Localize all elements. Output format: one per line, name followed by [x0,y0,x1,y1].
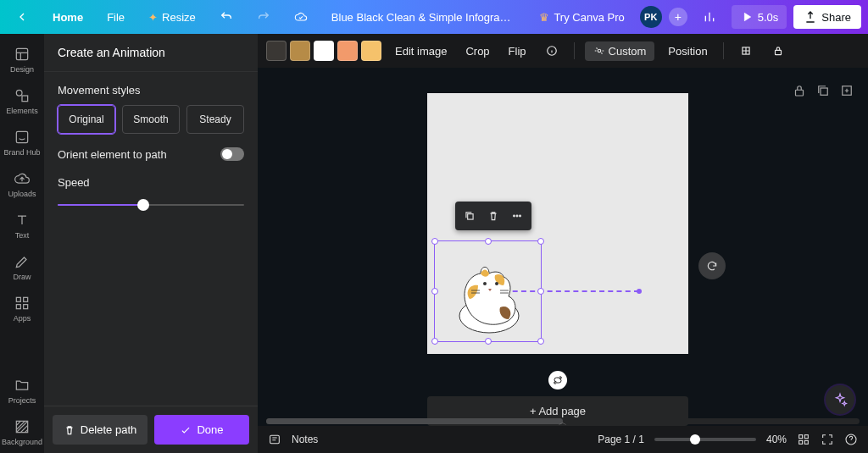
resize-button[interactable]: ✦Resize [140,6,204,29]
color-swatches [266,41,381,61]
shapes-icon [14,87,31,104]
swatch-4[interactable] [337,41,358,61]
svg-point-20 [514,215,515,217]
top-bar: Home File ✦Resize Blue Black Clean & Sim… [0,0,868,34]
speed-slider[interactable] [58,199,244,211]
resize-handle-tr[interactable] [537,238,544,245]
copy-icon [464,210,476,222]
svg-rect-24 [799,435,803,439]
nav-design[interactable]: Design [0,41,44,80]
replay-fab[interactable] [698,252,726,279]
style-steady[interactable]: Steady [186,105,244,134]
cloud-check-icon [294,10,308,24]
viewport[interactable]: + Add page ︿ Notes Page 1 / 1 40% [258,68,868,453]
page-indicator[interactable]: Page 1 / 1 [598,434,644,445]
transparency-button[interactable] [734,41,758,60]
flip-button[interactable]: Flip [504,41,531,61]
svg-rect-19 [468,214,473,219]
svg-rect-6 [16,305,20,309]
undo-icon [220,10,233,24]
try-pro-button[interactable]: ♛Try Canva Pro [531,6,632,29]
resize-handle-tl[interactable] [431,238,438,245]
resize-handle-mr[interactable] [537,288,544,295]
swatch-3[interactable] [314,41,334,61]
resize-handle-mb[interactable] [485,338,492,345]
svg-rect-7 [24,305,28,309]
more-button[interactable] [506,205,528,227]
file-menu[interactable]: File [98,6,133,29]
nav-brand-hub[interactable]: Brand Hub [0,124,44,163]
duplicate-page-icon[interactable] [815,83,831,98]
svg-rect-27 [804,440,808,444]
play-icon [740,10,754,24]
nav-elements[interactable]: Elements [0,82,44,122]
folder-icon [14,377,31,394]
svg-point-22 [520,215,521,217]
context-toolbar: Edit image Crop Flip Custom Position [258,34,868,68]
nav-draw[interactable]: Draw [0,248,44,288]
grid-view-icon[interactable] [797,433,810,446]
analytics-button[interactable] [694,5,725,29]
document-title[interactable]: Blue Black Clean & Simple Infographic In… [323,11,525,24]
nav-projects[interactable]: Projects [0,372,44,412]
path-endpoint[interactable] [637,289,642,294]
zoom-slider[interactable] [654,438,756,441]
notes-button[interactable]: Notes [292,434,318,445]
duration-label: 5.0s [758,11,779,24]
redo-button[interactable] [248,5,279,29]
done-button[interactable]: Done [154,415,249,445]
orient-toggle[interactable] [220,147,244,161]
notes-icon[interactable] [268,433,281,446]
delete-button[interactable] [482,205,504,227]
play-button[interactable]: 5.0s [732,5,787,29]
swatch-1[interactable] [266,41,287,61]
add-member-button[interactable]: + [669,8,687,26]
lock-icon [772,45,784,57]
resize-handle-ml[interactable] [431,288,438,295]
help-icon[interactable] [844,433,858,446]
add-page-icon[interactable] [839,83,854,98]
info-button[interactable] [540,41,564,60]
page-lock-icon[interactable] [792,83,807,98]
brand-icon [14,129,31,146]
panel-title: Create an Animation [44,34,258,72]
duplicate-button[interactable] [459,205,481,227]
svg-rect-26 [799,440,803,444]
crop-button[interactable]: Crop [460,41,494,61]
lock-button[interactable] [766,41,790,60]
svg-rect-14 [821,88,827,95]
svg-rect-23 [270,435,280,443]
avatar[interactable]: PK [640,6,662,28]
transparency-icon [740,45,752,57]
selection-box[interactable] [434,240,542,342]
cloud-sync-button[interactable] [286,5,316,29]
swatch-2[interactable] [290,41,310,61]
svg-rect-5 [24,297,28,301]
home-button[interactable]: Home [44,6,92,29]
nav-background[interactable]: Background [0,413,44,453]
zoom-value[interactable]: 40% [766,434,787,445]
edit-image-button[interactable]: Edit image [390,41,452,61]
nav-text[interactable]: Text [0,207,44,246]
nav-uploads[interactable]: Uploads [0,165,44,205]
canvas-area: Edit image Crop Flip Custom Position [258,34,868,453]
hatch-icon [14,418,31,435]
left-nav: Design Elements Brand Hub Uploads Text D… [0,34,44,453]
swatch-5[interactable] [361,41,381,61]
resize-handle-bl[interactable] [431,338,438,345]
share-button[interactable]: Share [793,5,861,29]
back-button[interactable] [7,5,37,29]
position-button[interactable]: Position [663,41,712,61]
undo-button[interactable] [211,5,242,29]
resize-handle-br[interactable] [537,338,544,345]
style-smooth[interactable]: Smooth [122,105,180,134]
fullscreen-icon[interactable] [821,433,834,446]
delete-path-button[interactable]: Delete path [53,415,147,445]
magic-fab[interactable] [826,385,854,414]
style-original[interactable]: Original [58,105,115,134]
bottom-bar: Notes Page 1 / 1 40% [258,426,868,453]
animate-custom-button[interactable]: Custom [585,41,655,61]
loop-button[interactable] [548,371,567,389]
nav-apps[interactable]: Apps [0,290,44,329]
resize-handle-mt[interactable] [485,238,492,245]
